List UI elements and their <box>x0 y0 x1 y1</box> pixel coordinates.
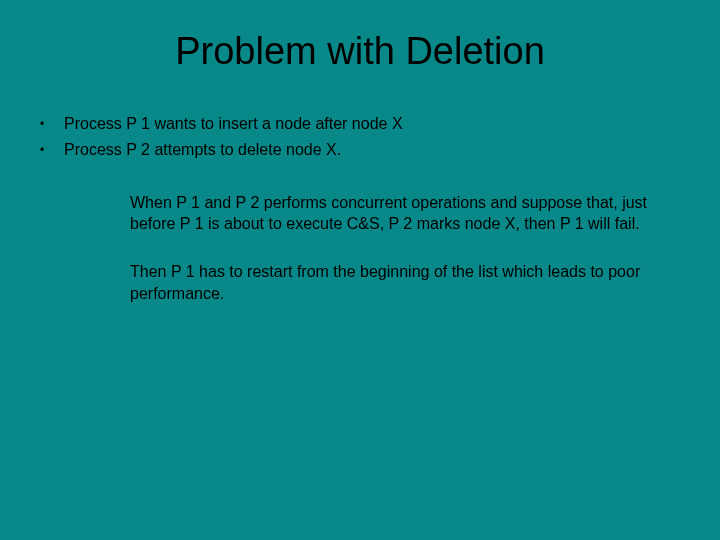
body-paragraphs: When P 1 and P 2 performs concurrent ope… <box>130 192 650 304</box>
paragraph: When P 1 and P 2 performs concurrent ope… <box>130 192 650 235</box>
slide-title: Problem with Deletion <box>30 30 690 73</box>
list-item: • Process P 1 wants to insert a node aft… <box>40 113 690 135</box>
slide: Problem with Deletion • Process P 1 want… <box>0 0 720 540</box>
paragraph: Then P 1 has to restart from the beginni… <box>130 261 650 304</box>
bullet-icon: • <box>40 139 64 159</box>
bullet-list: • Process P 1 wants to insert a node aft… <box>40 113 690 162</box>
bullet-text: Process P 1 wants to insert a node after… <box>64 113 690 135</box>
bullet-icon: • <box>40 113 64 133</box>
bullet-text: Process P 2 attempts to delete node X. <box>64 139 690 161</box>
list-item: • Process P 2 attempts to delete node X. <box>40 139 690 161</box>
